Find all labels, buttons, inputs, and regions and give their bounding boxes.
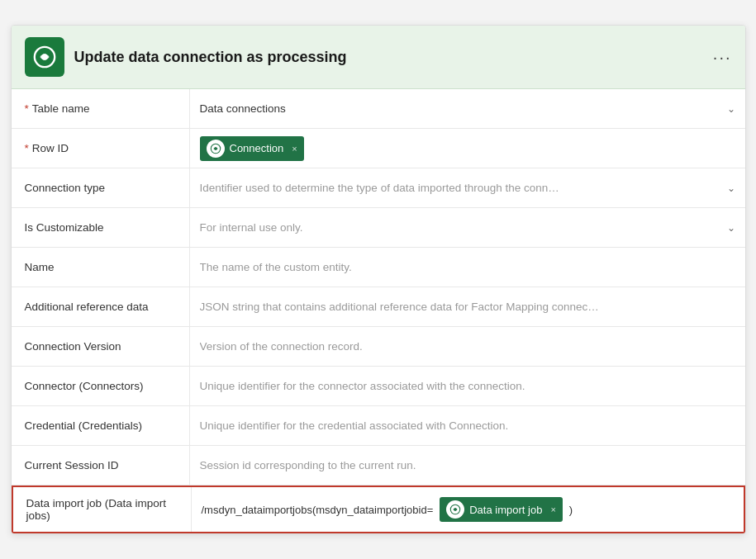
- required-asterisk: *: [25, 142, 29, 154]
- closing-paren: ): [569, 504, 573, 516]
- data-import-path: /msdyn_dataimportjobs(msdyn_dataimportjo…: [202, 504, 434, 516]
- label-credential: Credential (Credentials): [12, 406, 189, 445]
- label-connection-version: Connection Version: [12, 327, 189, 366]
- app-icon: [25, 37, 64, 77]
- label-name: Name: [12, 248, 189, 287]
- label-row-id: * Row ID: [12, 129, 189, 168]
- connection-type-placeholder: Identifier used to determine the type of…: [200, 182, 720, 194]
- connection-tag: Connection ×: [200, 136, 304, 161]
- header-menu-button[interactable]: ···: [713, 48, 732, 67]
- label-table-name: * Table name: [12, 89, 189, 128]
- row-connector: Connector (Connectors) Unique identifier…: [12, 367, 745, 406]
- chevron-down-icon: ⌄: [727, 103, 735, 115]
- field-data-import-job[interactable]: /msdyn_dataimportjobs(msdyn_dataimportjo…: [191, 487, 744, 532]
- label-connector: Connector (Connectors): [12, 367, 189, 405]
- chevron-down-icon: ⌄: [727, 182, 735, 194]
- header-left: Update data connection as processing: [25, 37, 347, 77]
- data-import-tag: Data import job ×: [440, 497, 563, 522]
- label-data-import-job: Data import job (Data import jobs): [13, 487, 191, 532]
- label-session-id: Current Session ID: [12, 446, 189, 485]
- field-session-id[interactable]: Session id corresponding to the current …: [189, 446, 745, 485]
- required-asterisk: *: [25, 102, 29, 115]
- field-is-customizable[interactable]: For internal use only. ⌄: [189, 208, 745, 247]
- row-row-id: * Row ID Connection ×: [12, 129, 745, 168]
- row-additional-ref: Additional reference data JSON string th…: [12, 287, 745, 327]
- data-import-tag-close[interactable]: ×: [550, 505, 555, 514]
- connector-placeholder: Unique identifier for the connector asso…: [200, 380, 735, 392]
- field-connection-version[interactable]: Version of the connection record.: [189, 327, 745, 366]
- header-title: Update data connection as processing: [74, 49, 347, 66]
- name-placeholder: The name of the custom entity.: [200, 261, 735, 273]
- label-is-customizable: Is Customizable: [12, 208, 189, 247]
- field-name[interactable]: The name of the custom entity.: [189, 248, 745, 287]
- svg-point-5: [454, 508, 457, 511]
- connection-version-placeholder: Version of the connection record.: [200, 340, 735, 353]
- tag-icon: [207, 140, 225, 158]
- table-name-value: Data connections: [200, 102, 720, 115]
- field-credential[interactable]: Unique identifier for the credential ass…: [189, 406, 745, 445]
- svg-point-1: [41, 54, 48, 60]
- card-container: Update data connection as processing ···…: [11, 25, 746, 534]
- form-body: * Table name Data connections ⌄ * Row ID: [12, 89, 745, 533]
- field-connection-type[interactable]: Identifier used to determine the type of…: [189, 168, 745, 207]
- field-connector[interactable]: Unique identifier for the connector asso…: [189, 367, 745, 405]
- chevron-down-icon: ⌄: [727, 222, 735, 234]
- row-data-import-job: Data import job (Data import jobs) /msdy…: [12, 486, 745, 533]
- row-connection-version: Connection Version Version of the connec…: [12, 327, 745, 367]
- additional-ref-placeholder: JSON string that contains additional ref…: [200, 301, 735, 313]
- field-table-name[interactable]: Data connections ⌄: [189, 89, 745, 128]
- session-id-placeholder: Session id corresponding to the current …: [200, 459, 735, 471]
- field-additional-ref[interactable]: JSON string that contains additional ref…: [189, 287, 745, 326]
- row-connection-type: Connection type Identifier used to deter…: [12, 168, 745, 208]
- svg-point-3: [214, 147, 217, 150]
- data-import-content: /msdyn_dataimportjobs(msdyn_dataimportjo…: [202, 497, 573, 522]
- row-credential: Credential (Credentials) Unique identifi…: [12, 406, 745, 446]
- tag-label: Connection: [230, 142, 284, 154]
- field-row-id[interactable]: Connection ×: [189, 129, 745, 168]
- card-header: Update data connection as processing ···: [12, 26, 745, 89]
- label-additional-ref: Additional reference data: [12, 287, 189, 326]
- credential-placeholder: Unique identifier for the credential ass…: [200, 419, 735, 432]
- label-connection-type: Connection type: [12, 168, 189, 207]
- row-is-customizable: Is Customizable For internal use only. ⌄: [12, 208, 745, 248]
- row-session-id: Current Session ID Session id correspond…: [12, 446, 745, 486]
- data-import-tag-label: Data import job: [469, 504, 542, 516]
- row-table-name: * Table name Data connections ⌄: [12, 89, 745, 129]
- tag-icon: [446, 500, 464, 519]
- is-customizable-placeholder: For internal use only.: [200, 221, 720, 234]
- row-name: Name The name of the custom entity.: [12, 248, 745, 287]
- tag-close-button[interactable]: ×: [292, 144, 297, 154]
